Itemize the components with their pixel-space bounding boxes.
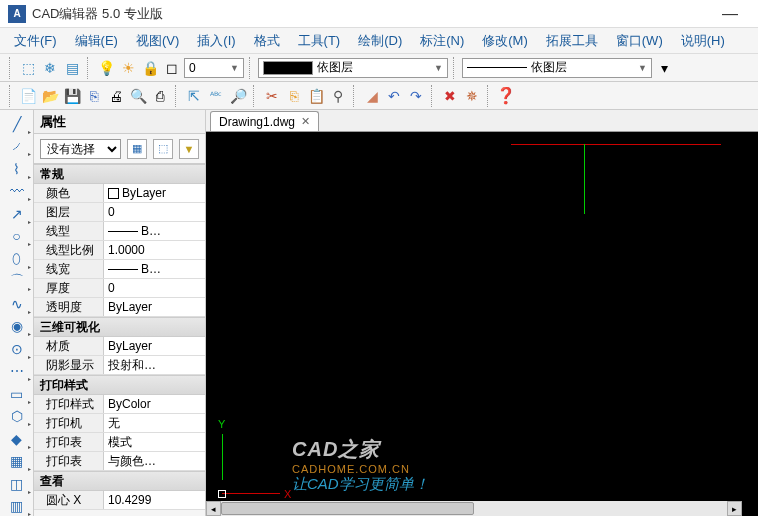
circle-tool-icon[interactable]: ○ <box>4 227 30 247</box>
prop-value[interactable]: 与颜色… <box>104 452 205 470</box>
polyline-tool-icon[interactable]: ⌇ <box>4 159 30 179</box>
menu-item[interactable]: 说明(H) <box>673 29 733 53</box>
purge-icon[interactable]: ✵ <box>462 86 482 106</box>
prop-row: 阴影显示投射和… <box>34 356 205 375</box>
scroll-left-icon[interactable]: ◂ <box>206 501 221 516</box>
select-objects-icon[interactable]: ⬚ <box>153 139 173 159</box>
line-tool-icon[interactable]: ╱ <box>4 114 30 134</box>
menu-bar: 文件(F)编辑(E)视图(V)插入(I)格式工具(T)绘制(D)标注(N)修改(… <box>0 28 758 54</box>
prop-value[interactable]: ByLayer <box>104 298 205 316</box>
menu-item[interactable]: 修改(M) <box>474 29 536 53</box>
menu-item[interactable]: 窗口(W) <box>608 29 671 53</box>
cut-icon[interactable]: ✂ <box>262 86 282 106</box>
new-icon[interactable]: 📄 <box>18 86 38 106</box>
menu-item[interactable]: 插入(I) <box>189 29 243 53</box>
prop-value[interactable]: 模式 <box>104 433 205 451</box>
save-icon[interactable]: 💾 <box>62 86 82 106</box>
layer-manage-icon[interactable]: ▤ <box>62 58 82 78</box>
layer-zero-dropdown[interactable]: 0▼ <box>184 58 244 78</box>
prop-value[interactable]: ByLayer <box>104 337 205 355</box>
plot-icon[interactable]: ⎙ <box>150 86 170 106</box>
prop-row: 打印表与颜色… <box>34 452 205 471</box>
help-icon[interactable]: ❓ <box>496 86 516 106</box>
horizontal-scrollbar[interactable]: ◂ ▸ <box>206 501 742 516</box>
prop-value[interactable]: 1.0000 <box>104 241 205 259</box>
region-tool-icon[interactable]: ◆ <box>4 429 30 449</box>
undo-icon[interactable]: ↶ <box>384 86 404 106</box>
bylayer-line-dropdown[interactable]: 依图层▼ <box>462 58 652 78</box>
prop-row: 圆心 X10.4299 <box>34 491 205 510</box>
line-sample-icon <box>108 231 138 232</box>
sun-icon[interactable]: ☀ <box>118 58 138 78</box>
copy-icon[interactable]: ⎘ <box>284 86 304 106</box>
menu-item[interactable]: 标注(N) <box>412 29 472 53</box>
prop-value[interactable]: B… <box>104 222 205 240</box>
redo-icon[interactable]: ↷ <box>406 86 426 106</box>
drawing-area: Drawing1.dwg ✕ Y X CAD之家 CADHOME.COM.CN … <box>206 110 758 516</box>
prop-value[interactable]: ByLayer <box>104 184 205 202</box>
paste-icon[interactable]: 📋 <box>306 86 326 106</box>
matchprop-icon[interactable]: ⚲ <box>328 86 348 106</box>
prop-value[interactable]: 0 <box>104 203 205 221</box>
ellipse-tool-icon[interactable]: ⬯ <box>4 249 30 269</box>
ray-tool-icon[interactable]: ↗ <box>4 204 30 224</box>
print-preview-icon[interactable]: 🔍 <box>128 86 148 106</box>
prop-value[interactable]: 无 <box>104 414 205 432</box>
arc2-tool-icon[interactable]: ⌒ <box>4 272 30 292</box>
prop-value[interactable]: B… <box>104 260 205 278</box>
scroll-right-icon[interactable]: ▸ <box>727 501 742 516</box>
saveas-icon[interactable]: ⎘ <box>84 86 104 106</box>
delete-icon[interactable]: ✖ <box>440 86 460 106</box>
toolbar-chev-icon[interactable]: ▾ <box>654 58 674 78</box>
table-tool-icon[interactable]: ▥ <box>4 497 30 517</box>
find-icon[interactable]: 🔎 <box>228 86 248 106</box>
scroll-thumb[interactable] <box>221 502 474 515</box>
layer-filter-icon[interactable]: ⬚ <box>18 58 38 78</box>
selection-dropdown[interactable]: 没有选择 <box>40 139 121 159</box>
open-icon[interactable]: 📂 <box>40 86 60 106</box>
color-swatch-black <box>263 61 313 75</box>
layer-freeze-icon[interactable]: ❄ <box>40 58 60 78</box>
document-tab[interactable]: Drawing1.dwg ✕ <box>210 111 319 131</box>
prop-value[interactable]: 10.4299 <box>104 491 205 509</box>
point-tool-icon[interactable]: ⊙ <box>4 339 30 359</box>
prop-value[interactable]: 投射和… <box>104 356 205 374</box>
filter-icon[interactable]: ▼ <box>179 139 199 159</box>
menu-item[interactable]: 拓展工具 <box>538 29 606 53</box>
minimize-button[interactable]: — <box>710 1 750 27</box>
menu-item[interactable]: 工具(T) <box>290 29 349 53</box>
menu-item[interactable]: 绘制(D) <box>350 29 410 53</box>
prop-value[interactable]: ByColor <box>104 395 205 413</box>
block-tool-icon[interactable]: ◫ <box>4 474 30 494</box>
main-toolbar: 📄 📂 💾 ⎘ 🖨 🔍 ⎙ ⇱ ᴬᴮᶜ 🔎 ✂ ⎘ 📋 ⚲ ◢ ↶ ↷ ✖ ✵ … <box>0 82 758 110</box>
prop-section-header[interactable]: 三维可视化 <box>34 317 205 337</box>
canvas[interactable]: Y X CAD之家 CADHOME.COM.CN 让CAD学习更简单！ ◂ ▸ <box>206 132 758 516</box>
lock-icon[interactable]: 🔒 <box>140 58 160 78</box>
layer-color-icon[interactable]: ◻ <box>162 58 182 78</box>
tab-close-icon[interactable]: ✕ <box>301 115 310 128</box>
divide-tool-icon[interactable]: ⋯ <box>4 362 30 382</box>
bulb-on-icon[interactable]: 💡 <box>96 58 116 78</box>
spline-tool-icon[interactable]: 〰 <box>4 182 30 202</box>
polygon-tool-icon[interactable]: ⬡ <box>4 407 30 427</box>
erase-icon[interactable]: ◢ <box>362 86 382 106</box>
arc-tool-icon[interactable]: ⟋ <box>4 137 30 157</box>
curve-tool-icon[interactable]: ∿ <box>4 294 30 314</box>
spell-icon[interactable]: ᴬᴮᶜ <box>206 86 226 106</box>
menu-item[interactable]: 编辑(E) <box>67 29 126 53</box>
quick-select-icon[interactable]: ▦ <box>127 139 147 159</box>
menu-item[interactable]: 视图(V) <box>128 29 187 53</box>
hatch-tool-icon[interactable]: ▦ <box>4 452 30 472</box>
menu-item[interactable]: 格式 <box>246 29 288 53</box>
prop-section-header[interactable]: 打印样式 <box>34 375 205 395</box>
prop-section-header[interactable]: 查看 <box>34 471 205 491</box>
bylayer-color-dropdown[interactable]: 依图层▼ <box>258 58 448 78</box>
rect-tool-icon[interactable]: ▭ <box>4 384 30 404</box>
donut-tool-icon[interactable]: ◉ <box>4 317 30 337</box>
app-icon: A <box>8 5 26 23</box>
print-icon[interactable]: 🖨 <box>106 86 126 106</box>
menu-item[interactable]: 文件(F) <box>6 29 65 53</box>
prop-value[interactable]: 0 <box>104 279 205 297</box>
prop-section-header[interactable]: 常规 <box>34 164 205 184</box>
export-icon[interactable]: ⇱ <box>184 86 204 106</box>
